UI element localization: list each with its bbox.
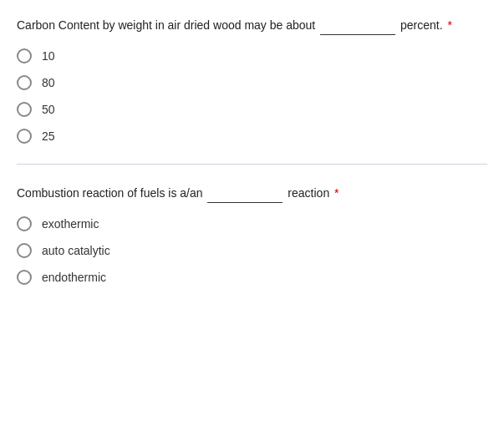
question-1-text-part1: Carbon Content by weight in air dried wo…: [17, 18, 315, 32]
question-2-option-1-label: exothermic: [42, 217, 99, 231]
radio-q1-4[interactable]: [17, 129, 32, 144]
question-2-options: exothermic auto catalytic endothermic: [17, 216, 487, 285]
question-2-option-3-label: endothermic: [42, 271, 106, 284]
question-1-option-1-label: 10: [42, 49, 55, 63]
question-1-option-4-label: 25: [42, 129, 55, 143]
question-1-option-3[interactable]: 50: [17, 102, 487, 117]
question-2-option-1[interactable]: exothermic: [17, 216, 487, 231]
question-1-text-part2: percent.: [400, 18, 443, 32]
question-1-option-2[interactable]: 80: [17, 75, 487, 90]
question-2-required: *: [334, 186, 339, 200]
page-container: Carbon Content by weight in air dried wo…: [0, 0, 504, 431]
question-1-option-1[interactable]: 10: [17, 48, 487, 63]
question-1-required: *: [447, 18, 451, 32]
question-1-options: 10 80 50 25: [17, 48, 487, 144]
question-2-text-part2: reaction: [288, 186, 329, 200]
question-2-blank: [207, 185, 283, 203]
radio-q2-2[interactable]: [17, 243, 32, 258]
question-1-option-2-label: 80: [42, 76, 55, 89]
question-2-option-2[interactable]: auto catalytic: [17, 243, 487, 258]
question-1-blank: [320, 17, 395, 35]
radio-q2-3[interactable]: [17, 270, 32, 285]
question-1-text: Carbon Content by weight in air dried wo…: [17, 17, 487, 35]
question-1-option-4[interactable]: 25: [17, 129, 487, 144]
radio-q2-1[interactable]: [17, 216, 32, 231]
question-2-block: Combustion reaction of fuels is a/an rea…: [17, 185, 487, 285]
question-2-text-part1: Combustion reaction of fuels is a/an: [17, 186, 203, 200]
question-2-option-3[interactable]: endothermic: [17, 270, 487, 285]
section-divider: [17, 164, 487, 165]
question-1-option-3-label: 50: [42, 103, 55, 116]
radio-q1-1[interactable]: [17, 48, 32, 63]
question-2-text: Combustion reaction of fuels is a/an rea…: [17, 185, 487, 203]
radio-q1-2[interactable]: [17, 75, 32, 90]
question-1-block: Carbon Content by weight in air dried wo…: [17, 17, 487, 144]
question-2-option-2-label: auto catalytic: [42, 244, 110, 257]
radio-q1-3[interactable]: [17, 102, 32, 117]
